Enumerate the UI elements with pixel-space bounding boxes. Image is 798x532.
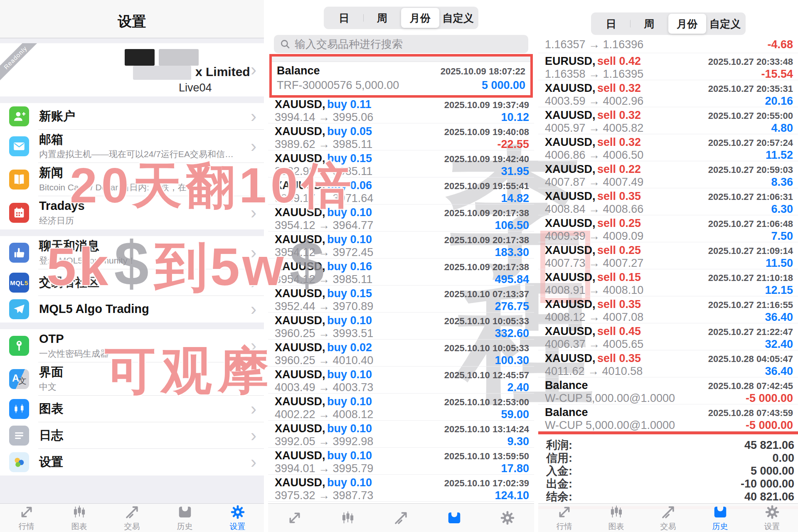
trade-row[interactable]: XAUUSD, buy 0.10 2025.10.10 17:02:39 397… [268, 475, 534, 502]
trade-row[interactable]: XAUUSD, buy 0.10 2025.10.10 12:53:00 400… [268, 394, 534, 421]
tab-quotes[interactable]: 行情 [557, 504, 572, 532]
trade-row[interactable]: XAUUSD, buy 0.10 2025.10.09 20:17:38 395… [268, 232, 534, 259]
trade-profit: -5 000.00 [746, 392, 793, 405]
tab-settings[interactable]: 设置 [764, 504, 780, 532]
trade-row[interactable]: XAUUSD, sell 0.32 2025.10.27 20:57:24 40… [538, 134, 798, 161]
trade-prices: 3992.05 → 3992.98 [275, 435, 373, 448]
trade-prices: 4002.22 → 4008.12 [275, 408, 373, 421]
menu-subtitle: 一次性密码生成器 [39, 348, 109, 360]
settings-header: 设置 [0, 0, 264, 38]
trade-row[interactable]: XAUUSD, buy 0.02 2025.10.10 10:05:33 396… [268, 340, 534, 367]
menu-item-otp[interactable]: OTP 一次性密码生成器 › [0, 329, 264, 362]
trade-row[interactable]: XAUUSD, buy 0.15 2025.10.09 19:42:40 398… [268, 150, 534, 177]
menu-item-chat[interactable]: 聊天和消息 登录 MQL5.community！ › [0, 236, 264, 269]
trade-row[interactable]: XAUUSD, buy 0.05 2025.10.09 19:40:08 398… [268, 123, 534, 150]
tab-month[interactable]: 月份 [668, 14, 707, 34]
account-card[interactable]: Readonly x Limited Live04 › [0, 43, 264, 96]
tab-trade[interactable]: 交易 [124, 504, 140, 532]
menu-item-interface[interactable]: A文 界面 中文 › [0, 362, 264, 396]
menu-item-new-account[interactable]: 新账户 › [0, 103, 264, 130]
trade-symbol: XAUUSD, [275, 449, 325, 462]
trade-row[interactable]: XAUUSD, buy 0.16 2025.10.09 20:17:38 395… [268, 259, 534, 286]
trade-row[interactable]: XAUUSD, buy 0.11 2025.10.09 19:37:49 399… [268, 96, 534, 123]
trade-symbol-side: XAUUSD, buy 0.10 [275, 206, 372, 219]
tab-settings[interactable]: 设置 [230, 504, 246, 532]
trade-row[interactable]: XAUUSD, sell 0.32 2025.10.27 20:35:31 40… [538, 80, 798, 107]
trade-row[interactable]: Balance 2025.10.28 07:42:45 W-CUP 5,000.… [538, 377, 798, 404]
trade-date: 2025.10.10 10:05:33 [444, 343, 529, 354]
tab-week[interactable]: 周 [363, 8, 401, 28]
tab-day[interactable]: 日 [592, 14, 631, 34]
menu-item-mailbox[interactable]: 邮箱 内置虚拟主机——现在可以24/7运行EA交易和信号 - Tradin...… [0, 130, 264, 163]
trade-row[interactable]: XAUUSD, sell 0.25 2025.10.27 21:06:48 40… [538, 215, 798, 242]
trade-row[interactable]: XAUUSD, buy 0.10 2025.10.10 13:14:24 399… [268, 421, 534, 448]
trade-profit: 11.50 [766, 257, 793, 270]
trade-symbol-side: XAUUSD, sell 0.35 [545, 352, 641, 365]
trade-row[interactable]: XAUUSD, buy 0.10 2025.10.10 13:59:50 399… [268, 448, 534, 475]
settings-group-a: 新账户 › 邮箱 内置虚拟主机——现在可以24/7运行EA交易和信号 - Tra… [0, 103, 264, 229]
menu-item-community[interactable]: MQL5 交易者社区 › [0, 269, 264, 296]
tab-week[interactable]: 周 [630, 14, 668, 34]
trade-profit: 100.30 [495, 354, 529, 367]
menu-item-news[interactable]: 新闻 Bitcoin Cash / Dollar 当日内: 看跌，在 566.4… [0, 163, 264, 196]
balance-row[interactable]: Balance 2025.10.09 18:07:22 TRF-30000576… [272, 62, 530, 95]
trade-row[interactable]: XAUUSD, sell 0.45 2025.10.27 21:22:47 40… [538, 323, 798, 350]
menu-label: 新闻 [39, 166, 237, 180]
trade-row[interactable]: XAUUSD, sell 0.35 2025.10.28 04:05:47 40… [538, 350, 798, 377]
menu-label: 新账户 [39, 109, 75, 123]
trade-row[interactable]: XAUUSD, buy 0.10 2025.10.10 12:45:57 400… [268, 367, 534, 394]
trade-row[interactable]: XAUUSD, sell 0.32 2025.10.27 20:55:00 40… [538, 107, 798, 134]
trade-row[interactable]: XAUUSD, sell 0.25 2025.10.27 21:09:14 40… [538, 242, 798, 269]
tab-trade[interactable]: 交易 [660, 504, 676, 532]
menu-item-tradays[interactable]: Tradays 经济日历 › [0, 196, 264, 229]
partial-trade-row[interactable]: 1.16357 → 1.16396 -4.68 [538, 37, 798, 53]
trade-symbol-side: XAUUSD, sell 0.22 [545, 163, 641, 176]
tab-quotes[interactable]: 行情 [19, 504, 34, 532]
trade-row[interactable]: XAUUSD, buy 0.10 2025.10.09 20:17:38 395… [268, 204, 534, 232]
summary-value: 40 821.06 [744, 490, 794, 503]
trade-profit: 183.30 [495, 246, 529, 259]
tab-month[interactable]: 月份 [401, 8, 439, 28]
tab-settings[interactable] [500, 510, 515, 526]
trade-row[interactable]: XAUUSD, sell 0.22 2025.10.27 20:59:03 40… [538, 161, 798, 188]
otp-key-icon [9, 336, 29, 356]
trade-symbol-side: XAUUSD, sell 0.32 [545, 136, 641, 149]
trade-prices: 4003.59 → 4002.96 [545, 95, 643, 108]
menu-item-algo-trading[interactable]: MQL5 Algo Trading › [0, 296, 264, 323]
new-account-icon [9, 106, 29, 126]
trade-row[interactable]: XAUUSD, sell 0.35 2025.10.27 21:06:31 40… [538, 188, 798, 215]
menu-item-settings[interactable]: 设置 › [0, 449, 264, 475]
trade-row[interactable]: XAUUSD, sell 0.15 2025.10.27 21:10:18 40… [538, 269, 798, 296]
tab-day[interactable]: 日 [325, 8, 363, 28]
tab-trade[interactable] [393, 510, 409, 526]
search-input[interactable]: 输入交易品种进行搜索 [274, 35, 528, 53]
menu-item-journal[interactable]: 日志 › [0, 422, 264, 449]
trade-date: 2025.10.09 19:40:08 [444, 127, 529, 138]
trade-row[interactable]: EURUSD, sell 0.42 2025.10.27 20:33:48 1.… [538, 53, 798, 80]
trade-row[interactable]: XAUUSD, buy 0.15 2025.10.10 07:13:37 395… [268, 286, 534, 313]
tab-charts[interactable]: 图表 [71, 504, 87, 532]
tab-history[interactable]: 历史 [712, 504, 728, 532]
trade-profit: 2.40 [507, 381, 529, 394]
tab-custom[interactable]: 自定义 [439, 8, 478, 28]
tab-history[interactable]: 历史 [177, 504, 193, 532]
trade-row[interactable]: XAUUSD, buy 0.06 2025.10.09 19:55:41 396… [268, 177, 534, 204]
trade-symbol-side: XAUUSD, buy 0.05 [275, 125, 372, 138]
summary-row: 结余: 40 821.06 [546, 489, 794, 502]
trade-row[interactable]: Balance 2025.10.28 07:43:59 W-CUP 5,000.… [538, 404, 798, 431]
trade-side: sell 0.35 [597, 298, 641, 310]
menu-item-charts[interactable]: 图表 › [0, 396, 264, 422]
tab-history[interactable] [446, 510, 462, 526]
tab-charts[interactable]: 图表 [608, 504, 624, 532]
trade-side: buy 0.15 [327, 287, 372, 300]
trade-row[interactable]: XAUUSD, sell 0.35 2025.10.27 21:16:55 40… [538, 296, 798, 323]
trade-row[interactable]: XAUUSD, buy 0.10 2025.10.10 10:05:33 396… [268, 313, 534, 340]
tab-quotes[interactable] [287, 510, 303, 526]
balance-amount: 5 000.00 [482, 79, 525, 92]
trade-date: 2025.10.09 19:55:41 [444, 181, 529, 192]
tab-charts[interactable] [340, 510, 356, 526]
trade-prices: 3969.17 → 3971.64 [275, 192, 373, 205]
mt5-app-icon [9, 452, 29, 472]
tab-custom[interactable]: 自定义 [706, 14, 744, 34]
trade-symbol-side: XAUUSD, buy 0.06 [275, 179, 372, 192]
